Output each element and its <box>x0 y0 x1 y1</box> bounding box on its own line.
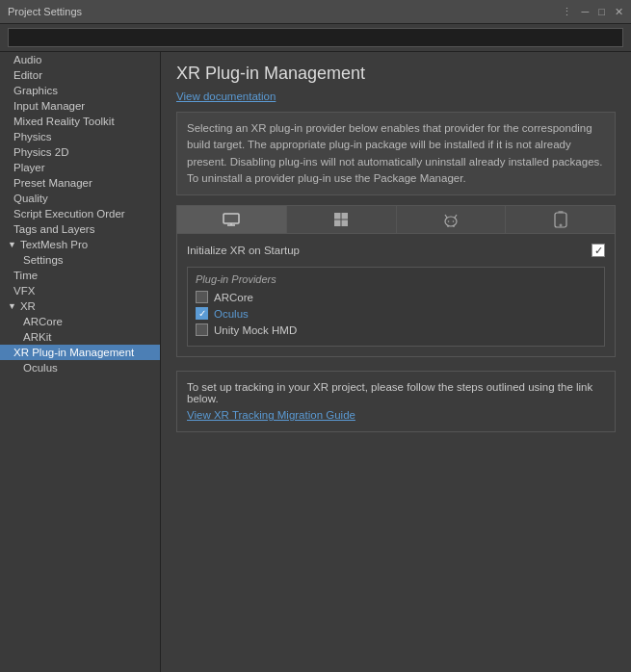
provider-arcore-label: ARCore <box>214 292 253 303</box>
svg-rect-3 <box>334 213 341 220</box>
monitor-icon <box>223 213 240 226</box>
window-title: Project Settings <box>8 6 82 17</box>
svg-point-10 <box>448 220 450 222</box>
android-icon <box>443 212 459 227</box>
sidebar-item-preset-manager[interactable]: Preset Manager <box>0 175 160 191</box>
tab-android[interactable] <box>397 206 507 233</box>
sidebar-item-player[interactable]: Player <box>0 160 160 175</box>
tab-ios[interactable] <box>506 206 615 233</box>
provider-oculus-checkbox[interactable]: ✓ <box>196 307 208 320</box>
sidebar-item-physics-2d[interactable]: Physics 2D <box>0 144 160 160</box>
page-title: XR Plug-in Management <box>176 64 616 84</box>
providers-title: Plug-in Providers <box>196 273 596 285</box>
provider-unity-mock-checkbox[interactable] <box>196 323 208 336</box>
svg-line-9 <box>455 215 457 218</box>
ios-icon <box>554 211 567 228</box>
sidebar-item-arkit[interactable]: ARKit <box>0 329 160 345</box>
tab-uwp[interactable] <box>287 206 397 233</box>
sidebar-group-xr[interactable]: ▼ XR <box>0 298 160 314</box>
sidebar-group-textmesh-label: TextMesh Pro <box>20 239 88 250</box>
window-controls: ⋮ ─ □ ✕ <box>558 5 627 19</box>
view-documentation-link[interactable]: View documentation <box>176 90 276 102</box>
sidebar-item-time[interactable]: Time <box>0 268 160 283</box>
provider-arcore-row: ARCore <box>196 291 596 303</box>
provider-arcore-checkbox[interactable] <box>196 291 208 303</box>
svg-point-11 <box>453 220 455 222</box>
sidebar-item-oculus[interactable]: Oculus <box>0 360 160 375</box>
more-icon[interactable]: ⋮ <box>558 5 576 19</box>
sidebar-item-tags-layers[interactable]: Tags and Layers <box>0 221 160 237</box>
chevron-down-icon: ▼ <box>8 240 16 249</box>
minimize-icon[interactable]: ─ <box>578 5 593 18</box>
chevron-down-icon-xr: ▼ <box>8 301 16 311</box>
sidebar-item-quality[interactable]: Quality <box>0 191 160 206</box>
sidebar-item-graphics[interactable]: Graphics <box>0 83 160 98</box>
xr-settings-panel: Initialize XR on Startup ✓ Plug-in Provi… <box>176 234 616 357</box>
migration-guide-link[interactable]: View XR Tracking Migration Guide <box>187 409 355 421</box>
search-bar <box>0 24 631 52</box>
sidebar-group-textmesh[interactable]: ▼ TextMesh Pro <box>0 237 160 252</box>
initialize-xr-label: Initialize XR on Startup <box>187 245 592 256</box>
description-text: Selecting an XR plug-in provider below e… <box>187 122 602 184</box>
maximize-icon[interactable]: □ <box>594 5 609 18</box>
svg-rect-6 <box>342 220 349 227</box>
sidebar-item-script-exec[interactable]: Script Execution Order <box>0 206 160 221</box>
svg-line-8 <box>445 215 447 218</box>
search-input[interactable] <box>8 28 623 47</box>
content-area: XR Plug-in Management View documentation… <box>161 52 631 672</box>
providers-section: Plug-in Providers ARCore ✓ Oculus Unity … <box>187 267 605 347</box>
tab-standalone[interactable] <box>177 206 287 233</box>
sidebar-item-arcore[interactable]: ARCore <box>0 314 160 329</box>
svg-rect-5 <box>334 220 341 227</box>
provider-oculus-row: ✓ Oculus <box>196 307 596 320</box>
platform-tabs <box>176 205 616 234</box>
sidebar-item-xr-plugin-mgmt[interactable]: XR Plug-in Management <box>0 345 160 360</box>
sidebar-item-editor[interactable]: Editor <box>0 67 160 83</box>
sidebar-item-mixed-reality[interactable]: Mixed Reality Toolkit <box>0 114 160 129</box>
provider-unity-mock-row: Unity Mock HMD <box>196 323 596 336</box>
svg-rect-4 <box>342 213 349 220</box>
windows-icon <box>333 212 349 227</box>
svg-point-7 <box>445 217 457 226</box>
sidebar-group-xr-label: XR <box>20 300 36 312</box>
svg-point-16 <box>560 224 562 226</box>
provider-oculus-label: Oculus <box>214 308 249 320</box>
close-icon[interactable]: ✕ <box>611 5 627 19</box>
sidebar-item-input-manager[interactable]: Input Manager <box>0 98 160 114</box>
description-box: Selecting an XR plug-in provider below e… <box>176 112 616 195</box>
sidebar-item-settings[interactable]: Settings <box>0 252 160 268</box>
title-bar: Project Settings ⋮ ─ □ ✕ <box>0 0 631 24</box>
sidebar-item-physics[interactable]: Physics <box>0 129 160 144</box>
initialize-xr-checkbox[interactable]: ✓ <box>592 244 605 257</box>
svg-rect-0 <box>223 214 239 223</box>
sidebar: Audio Editor Graphics Input Manager Mixe… <box>0 52 161 672</box>
sidebar-item-audio[interactable]: Audio <box>0 52 160 67</box>
sidebar-item-vfx[interactable]: VFX <box>0 283 160 298</box>
provider-unity-mock-label: Unity Mock HMD <box>214 324 297 336</box>
svg-rect-14 <box>555 213 566 227</box>
migration-guide-box: To set up tracking in your XR project, p… <box>176 371 616 432</box>
main-layout: Audio Editor Graphics Input Manager Mixe… <box>0 52 631 672</box>
migration-text: To set up tracking in your XR project, p… <box>187 381 605 404</box>
initialize-xr-row: Initialize XR on Startup ✓ <box>187 244 605 257</box>
